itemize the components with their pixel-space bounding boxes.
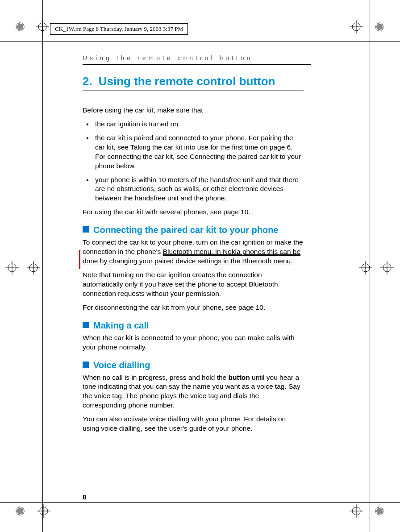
manual-page: CK_1W.fm Page 8 Thursday, January 9, 200… — [0, 0, 400, 532]
registration-cross-icon — [380, 261, 394, 274]
section-title: Connecting the paired car kit to your ph… — [93, 225, 278, 235]
prerequisite-list: the car ignition is turned on. the car k… — [83, 120, 304, 203]
header-text: CK_1W.fm Page 8 Thursday, January 9, 200… — [55, 25, 183, 32]
section-title: Voice dialling — [93, 360, 150, 370]
body-paragraph: For disconnecting the car kit from your … — [83, 303, 304, 312]
list-item: your phone is within 10 meters of the ha… — [83, 175, 304, 204]
body-paragraph: To connect the car kit to your phone, tu… — [83, 238, 304, 266]
registration-cross-icon — [359, 261, 372, 274]
list-item: the car ignition is turned on. — [83, 120, 304, 129]
body-paragraph: For using the car kit with several phone… — [83, 208, 304, 217]
body-paragraph: You can also activate voice dialling wit… — [83, 415, 304, 433]
body-paragraph: Note that turning on the car ignition cr… — [83, 270, 304, 299]
bold-term: button — [229, 374, 250, 381]
section-marker-icon — [83, 322, 89, 328]
crop-line-bottom — [0, 502, 400, 503]
list-item: the car kit is paired and connected to y… — [83, 133, 304, 171]
revision-bar-icon — [79, 250, 80, 269]
chapter-title-text: Using the remote control button — [99, 75, 275, 88]
registration-cross-icon — [37, 504, 50, 518]
page-number: 8 — [83, 493, 86, 501]
text-run: When no call is in progress, press and h… — [83, 374, 229, 381]
chapter-number: 2. — [83, 75, 92, 88]
body-paragraph: When no call is in progress, press and h… — [83, 373, 304, 411]
registration-cross-icon — [5, 261, 19, 274]
chapter-heading: 2.Using the remote control button — [83, 75, 304, 91]
crop-line-top — [0, 41, 400, 42]
registration-gear-icon — [13, 20, 27, 33]
registration-cross-icon — [36, 20, 49, 33]
section-heading-connecting: Connecting the paired car kit to your ph… — [83, 225, 304, 235]
body-paragraph: When the car kit is connected to your ph… — [83, 333, 304, 352]
crop-line-left — [42, 0, 43, 532]
running-head: Using the remote control button — [83, 54, 311, 65]
main-content: 2.Using the remote control button Before… — [83, 75, 304, 438]
registration-gear-icon — [13, 504, 27, 518]
framemaker-header: CK_1W.fm Page 8 Thursday, January 9, 200… — [50, 23, 188, 35]
section-marker-icon — [83, 362, 89, 368]
registration-gear-icon — [373, 20, 386, 33]
section-heading-making-call: Making a call — [83, 320, 304, 331]
registration-cross-icon — [350, 504, 363, 518]
running-head-text: Using the remote control button — [83, 54, 253, 62]
intro-paragraph: Before using the car kit, make sure that — [83, 106, 304, 115]
section-marker-icon — [83, 226, 89, 233]
registration-cross-icon — [27, 261, 40, 274]
registration-gear-icon — [373, 504, 386, 518]
registration-cross-icon — [350, 20, 363, 33]
section-title: Making a call — [93, 320, 149, 330]
section-heading-voice-dialling: Voice dialling — [83, 360, 304, 370]
